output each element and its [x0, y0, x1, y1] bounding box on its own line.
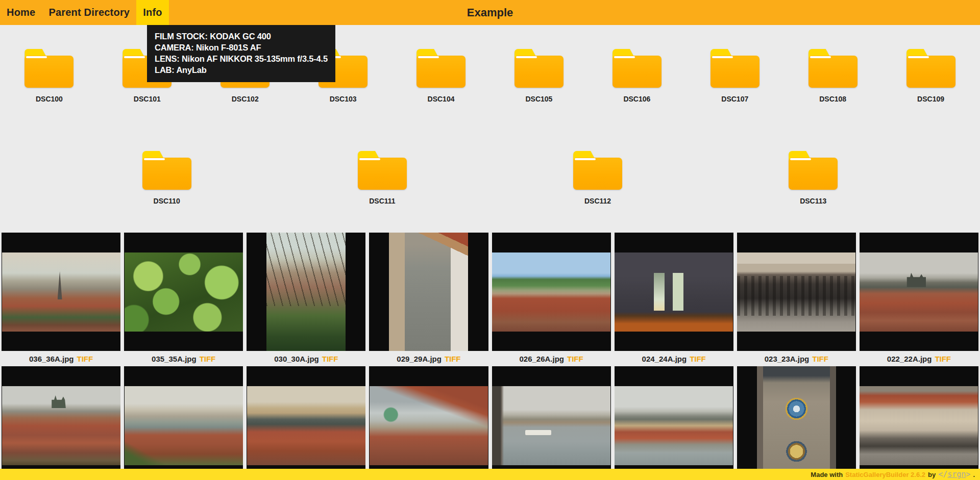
gallery-cell — [492, 366, 611, 480]
folder-dsc108[interactable]: DSC108 — [784, 25, 881, 127]
footer-bar: Made with StaticGalleryBuilder 2.6.2 by … — [0, 469, 980, 480]
thumbnail-024-24a[interactable] — [615, 233, 733, 351]
folder-label: DSC103 — [330, 95, 357, 103]
image-filename: 029_29A.jpg — [397, 355, 442, 363]
gallery-cell: 024_24A.jpgTIFF — [615, 233, 733, 366]
tooltip-line-film-stock: FILM STOCK: KODAK GC 400 — [155, 31, 328, 42]
thumbnail-row2-2[interactable] — [124, 366, 243, 480]
photo-image — [266, 233, 346, 351]
thumbnail-row2-1[interactable] — [2, 366, 120, 480]
gallery-cell: 029_29A.jpgTIFF — [369, 233, 488, 366]
thumbnail-row2-5[interactable] — [492, 366, 611, 480]
footer-dot: . — [973, 471, 975, 478]
photo-image — [860, 252, 978, 332]
thumbnail-023-23a[interactable] — [737, 233, 856, 351]
builder-link[interactable]: StaticGalleryBuilder 2.6.2 — [845, 471, 925, 478]
gallery-cell: 023_23A.jpgTIFF — [737, 233, 856, 366]
thumbnail-026-26a[interactable] — [492, 233, 611, 351]
folder-label: DSC106 — [623, 95, 650, 103]
folder-dsc104[interactable]: DSC104 — [393, 25, 490, 127]
photo-image — [737, 252, 855, 332]
tiff-link[interactable]: TIFF — [935, 355, 951, 363]
photo-image — [492, 252, 610, 332]
folder-label: DSC113 — [800, 197, 826, 205]
image-filename: 022_22A.jpg — [887, 355, 932, 363]
thumbnail-022-22a[interactable] — [860, 233, 978, 351]
folder-label: DSC107 — [721, 95, 748, 103]
nav-item-parent-directory[interactable]: Parent Directory — [42, 0, 136, 25]
folder-icon — [808, 49, 857, 88]
photo-image — [125, 386, 243, 465]
tiff-link[interactable]: TIFF — [445, 355, 461, 363]
tiff-link[interactable]: TIFF — [77, 355, 93, 363]
folder-label: DSC110 — [154, 197, 180, 205]
tiff-link[interactable]: TIFF — [200, 355, 216, 363]
tiff-link[interactable]: TIFF — [567, 355, 583, 363]
image-filename: 035_35A.jpg — [152, 355, 197, 363]
thumbnail-row2-8[interactable] — [860, 366, 978, 480]
folder-icon — [514, 49, 564, 88]
folder-dsc113[interactable]: DSC113 — [765, 127, 862, 229]
thumbnail-036-36a[interactable] — [2, 233, 120, 351]
folder-label: DSC111 — [369, 197, 395, 205]
photo-image — [247, 386, 365, 465]
folder-dsc106[interactable]: DSC106 — [588, 25, 685, 127]
folder-icon — [789, 151, 838, 190]
srgn-logo-link[interactable]: </srgn> — [938, 470, 970, 479]
gallery-cell — [737, 366, 856, 480]
tiff-link[interactable]: TIFF — [812, 355, 828, 363]
thumbnail-row2-3[interactable] — [247, 366, 365, 480]
page-title: Example — [467, 0, 513, 25]
image-filename: 023_23A.jpg — [765, 355, 810, 363]
gallery-cell — [369, 366, 488, 480]
image-filename: 026_26A.jpg — [519, 355, 564, 363]
photo-image — [860, 386, 978, 465]
thumbnail-029-29a[interactable] — [369, 233, 488, 351]
folder-icon — [358, 151, 407, 190]
tiff-link[interactable]: TIFF — [690, 355, 706, 363]
photo-image — [492, 386, 610, 465]
photo-image — [370, 386, 488, 465]
folder-label: DSC102 — [232, 95, 259, 103]
folder-dsc109[interactable]: DSC109 — [882, 25, 979, 127]
footer-made-with-text: Made with — [811, 471, 843, 478]
nav-item-home[interactable]: Home — [0, 0, 42, 25]
gallery-cell: 035_35A.jpgTIFF — [124, 233, 243, 366]
gallery-cell: 030_30A.jpgTIFF — [247, 233, 365, 366]
thumbnail-row2-6[interactable] — [615, 366, 733, 480]
folder-dsc111[interactable]: DSC111 — [333, 127, 431, 229]
photo-image — [615, 252, 733, 332]
folder-label: DSC100 — [36, 95, 63, 103]
photo-image — [2, 386, 120, 465]
photo-image — [757, 366, 836, 480]
folder-label: DSC105 — [525, 95, 552, 103]
gallery-cell: 036_36A.jpgTIFF — [2, 233, 120, 366]
tooltip-line-lens: LENS: Nikon AF NIKKOR 35-135mm f/3.5-4.5 — [155, 53, 328, 64]
folder-dsc110[interactable]: DSC110 — [118, 127, 215, 229]
thumbnail-030-30a[interactable] — [247, 233, 365, 351]
thumbnail-035-35a[interactable] — [124, 233, 243, 351]
folder-icon — [906, 49, 955, 88]
gallery-cell — [615, 366, 733, 480]
nav-item-info[interactable]: Info — [136, 0, 168, 25]
thumbnail-row2-4[interactable] — [369, 366, 488, 480]
folder-icon — [573, 151, 622, 190]
tiff-link[interactable]: TIFF — [322, 355, 338, 363]
folder-icon — [416, 49, 465, 88]
folder-dsc105[interactable]: DSC105 — [490, 25, 587, 127]
gallery-cell — [860, 366, 978, 480]
folder-dsc100[interactable]: DSC100 — [1, 25, 98, 127]
top-nav-bar: Home Parent Directory Info Example — [0, 0, 980, 25]
footer-by-text: by — [928, 471, 936, 478]
photo-image — [2, 252, 120, 332]
folder-dsc107[interactable]: DSC107 — [686, 25, 783, 127]
gallery-cell — [2, 366, 120, 480]
image-filename: 030_30A.jpg — [274, 355, 319, 363]
gallery-cell: 026_26A.jpgTIFF — [492, 233, 611, 366]
image-grid: 036_36A.jpgTIFF 035_35A.jpgTIFF 030_30A.… — [0, 233, 980, 480]
image-filename: 024_24A.jpg — [642, 355, 687, 363]
info-tooltip: FILM STOCK: KODAK GC 400 CAMERA: Nikon F… — [147, 25, 335, 82]
folder-icon — [612, 49, 662, 88]
folder-dsc112[interactable]: DSC112 — [549, 127, 647, 229]
thumbnail-row2-7[interactable] — [737, 366, 856, 480]
